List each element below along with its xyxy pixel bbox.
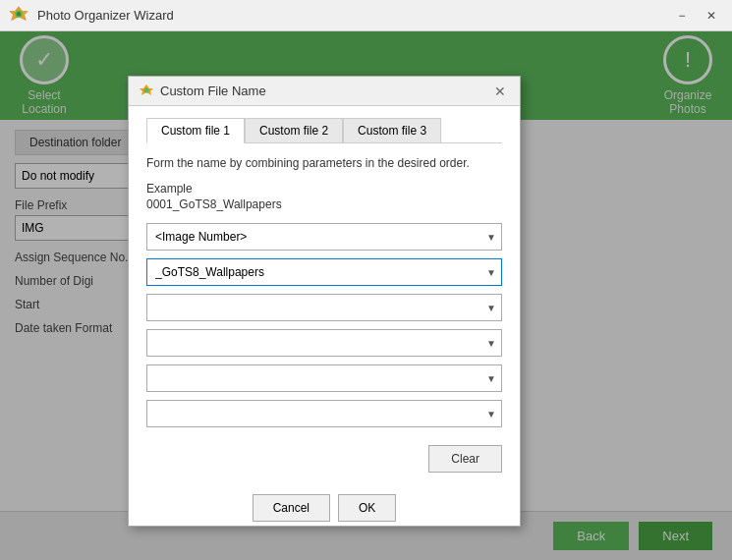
dropdown-4-select[interactable] — [146, 329, 502, 357]
close-button[interactable]: ✕ — [699, 6, 724, 26]
title-bar: Photo Organizer Wizard − ✕ — [0, 0, 732, 31]
dropdown-1-container: <Image Number> ▼ — [146, 223, 502, 251]
dropdown-6-select[interactable] — [146, 400, 502, 427]
dropdown-5-container: ▼ — [146, 364, 502, 392]
dialog-icon — [139, 84, 154, 99]
dropdown-3-container: ▼ — [146, 294, 502, 321]
dialog-footer: Clear — [146, 437, 502, 473]
dropdown-3-select[interactable] — [146, 294, 502, 321]
cancel-button[interactable]: Cancel — [253, 494, 330, 522]
window-controls: − ✕ — [669, 6, 724, 26]
svg-point-2 — [17, 11, 22, 16]
app-body: ✓ SelectLocation ! OrganizePhotos Destin… — [0, 31, 732, 560]
app-logo-icon — [8, 5, 29, 27]
text-input-2[interactable] — [146, 258, 502, 286]
minimize-button[interactable]: − — [669, 6, 695, 26]
dialog-description: Form the name by combining parameters in… — [146, 155, 502, 172]
dialog-example-value: 0001_GoTS8_Wallpapers — [146, 197, 502, 211]
custom-file-name-dialog: Custom File Name ✕ Custom file 1 Custom … — [128, 76, 521, 527]
dialog-tab-custom-file-1[interactable]: Custom file 1 — [146, 118, 245, 143]
dialog-tab-bar: Custom file 1 Custom file 2 Custom file … — [146, 118, 502, 143]
text-input-2-container: ▼ — [146, 258, 502, 286]
ok-button[interactable]: OK — [338, 494, 396, 522]
dropdown-1-select[interactable]: <Image Number> — [146, 223, 502, 251]
dialog-action-buttons: Cancel OK — [129, 484, 520, 526]
dialog-close-button[interactable]: ✕ — [490, 82, 510, 101]
dropdown-4-container: ▼ — [146, 329, 502, 357]
dialog-example-label: Example — [146, 182, 502, 196]
svg-point-4 — [144, 87, 149, 92]
dialog-tab-custom-file-3[interactable]: Custom file 3 — [343, 118, 441, 143]
dropdown-5-select[interactable] — [146, 364, 502, 392]
dialog-body: Custom file 1 Custom file 2 Custom file … — [129, 106, 520, 484]
dialog-title: Custom File Name — [160, 84, 490, 98]
app-title: Photo Organizer Wizard — [37, 8, 669, 23]
dialog-title-bar: Custom File Name ✕ — [129, 77, 520, 106]
text-input-2-arrow-icon[interactable]: ▼ — [486, 266, 496, 277]
clear-button[interactable]: Clear — [428, 445, 502, 473]
dropdown-6-container: ▼ — [146, 400, 502, 427]
dialog-tab-custom-file-2[interactable]: Custom file 2 — [245, 118, 343, 143]
